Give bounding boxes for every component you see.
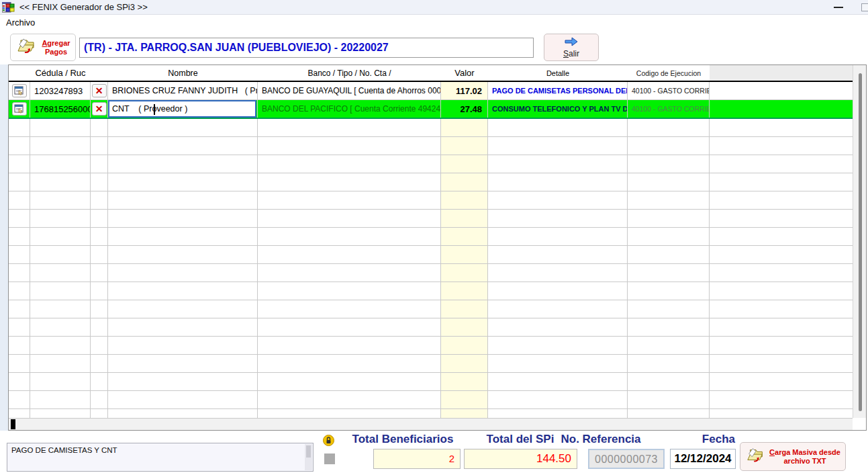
- fecha-label: Fecha: [675, 433, 735, 446]
- table-row-empty: [9, 264, 853, 282]
- exit-arrow-icon: [564, 37, 579, 49]
- edit-row-button[interactable]: [12, 102, 27, 116]
- salir-button[interactable]: Salir: [544, 34, 599, 61]
- delete-x-icon: ✕: [95, 104, 103, 114]
- table-row-empty: [9, 173, 853, 191]
- cell-codigo[interactable]: 40100 - GASTO CORRIENTE: [628, 100, 710, 118]
- table-row[interactable]: 1203247893 ✕ BRIONES CRUZ FANNY JUDITH (…: [9, 82, 853, 100]
- entity-title-input[interactable]: [79, 38, 534, 58]
- table-row-empty: [9, 337, 853, 355]
- carga-masiva-button[interactable]: Carga Masiva desde archivo TXT: [740, 442, 846, 471]
- menu-archivo[interactable]: Archivo: [0, 16, 41, 29]
- grid-header-row: Cédula / Ruc Nombre Banco / Tipo / No. C…: [9, 65, 853, 82]
- delete-x-icon: ✕: [95, 86, 103, 95]
- notes-scrollbar[interactable]: [305, 444, 312, 470]
- table-row-empty: [9, 355, 853, 373]
- carga-masiva-label: Carga Masiva desde archivo TXT: [769, 448, 840, 466]
- cell-banco[interactable]: BANCO DE GUAYAQUIL [ Cuenta de Ahorros 0…: [258, 82, 441, 99]
- delete-row-button[interactable]: ✕: [92, 84, 107, 97]
- agregar-pagos-label: Agregar Pagos: [42, 39, 70, 56]
- table-row-empty: [9, 137, 853, 155]
- maximize-button[interactable]: [861, 3, 868, 11]
- table-row-empty: [9, 246, 853, 264]
- agregar-pagos-button[interactable]: Agregar Pagos: [10, 34, 76, 61]
- cell-detalle[interactable]: CONSUMO TELEFONICO Y PLAN TV DE NOVIEMBR…: [488, 100, 628, 118]
- horizontal-scroll-thumb[interactable]: [11, 419, 15, 429]
- nombre-edit-input[interactable]: CNT ( Proveedor ): [108, 100, 256, 118]
- cell-codigo[interactable]: 40100 - GASTO CORRIENTE: [628, 82, 710, 99]
- total-spi-field: 144.50: [464, 449, 577, 469]
- salir-label: Salir: [563, 49, 579, 58]
- table-row-empty: [9, 300, 853, 318]
- table-row-empty: [9, 373, 853, 391]
- table-row-empty: [9, 155, 853, 173]
- table-row-empty: [9, 409, 853, 418]
- table-row-empty: [9, 119, 853, 137]
- cell-detalle[interactable]: PAGO DE CAMISETAS PERSONAL DEL GAD: [488, 82, 628, 99]
- text-caret: [154, 104, 155, 115]
- app-icon: [2, 2, 15, 13]
- total-beneficiarios-label: Total Beneficiarios: [342, 433, 463, 446]
- table-row-empty: [9, 228, 853, 246]
- left-margin-strip: [0, 64, 8, 431]
- header-codigo[interactable]: Codigo de Ejecucion: [628, 65, 710, 81]
- header-detalle[interactable]: Detalle: [488, 65, 628, 81]
- window-title: << FENIX Generador de SPi3 >>: [19, 2, 148, 12]
- grid-vertical-scrollbar[interactable]: [853, 65, 866, 418]
- cell-banco[interactable]: BANCO DEL PACIFICO [ Cuenta Corriente 49…: [258, 100, 441, 118]
- grid-horizontal-scrollbar[interactable]: [9, 418, 853, 430]
- header-nombre[interactable]: Nombre: [108, 65, 258, 81]
- fecha-field[interactable]: 12/12/2024: [670, 449, 736, 469]
- fenix-spi3-window: { "window": { "title": "<< FENIX Generad…: [0, 0, 868, 475]
- table-row-selected[interactable]: 1768152560001 ✕ CNT ( Proveedor ) BANCO …: [9, 100, 853, 119]
- folder-arrow-icon: [15, 36, 38, 59]
- title-bar: << FENIX Generador de SPi3 >>: [0, 0, 868, 15]
- cell-cedula[interactable]: 1203247893: [30, 82, 91, 99]
- payments-grid: Cédula / Ruc Nombre Banco / Tipo / No. C…: [8, 64, 867, 431]
- lock-icon: [323, 435, 334, 446]
- cell-valor[interactable]: 117.02: [441, 82, 488, 99]
- cell-nombre-editing[interactable]: CNT ( Proveedor ): [108, 100, 258, 118]
- grid-empty-rows: [9, 119, 853, 418]
- table-row-empty: [9, 282, 853, 300]
- no-referencia-field: 0000000073: [588, 449, 665, 469]
- properties-icon: [14, 86, 24, 95]
- notes-textarea[interactable]: PAGO DE CAMISETAS Y CNT: [7, 443, 314, 472]
- cell-cedula[interactable]: 1768152560001: [30, 100, 91, 118]
- header-valor[interactable]: Valor: [441, 65, 488, 81]
- no-referencia-label: No. Referencia: [557, 433, 644, 446]
- gray-toggle-button[interactable]: [324, 454, 335, 464]
- menu-bar: Archivo: [0, 15, 868, 30]
- notes-text: PAGO DE CAMISETAS Y CNT: [11, 446, 117, 454]
- total-beneficiarios-field: 2: [373, 449, 461, 469]
- header-banco[interactable]: Banco / Tipo / No. Cta /: [258, 65, 441, 81]
- table-row-empty: [9, 391, 853, 409]
- cell-nombre[interactable]: BRIONES CRUZ FANNY JUDITH ( Proveedor ): [108, 82, 258, 99]
- table-row-empty: [9, 318, 853, 337]
- minimize-button[interactable]: [828, 0, 849, 15]
- edit-row-button[interactable]: [12, 84, 27, 97]
- table-row-empty: [9, 191, 853, 210]
- folder-arrow-icon: [745, 446, 767, 468]
- cell-valor[interactable]: 27.48: [441, 100, 488, 118]
- header-cedula[interactable]: Cédula / Ruc: [30, 65, 91, 81]
- table-row-empty: [9, 210, 853, 228]
- delete-row-button[interactable]: ✕: [92, 102, 107, 116]
- properties-icon: [14, 104, 24, 114]
- vertical-scroll-thumb[interactable]: [859, 73, 862, 411]
